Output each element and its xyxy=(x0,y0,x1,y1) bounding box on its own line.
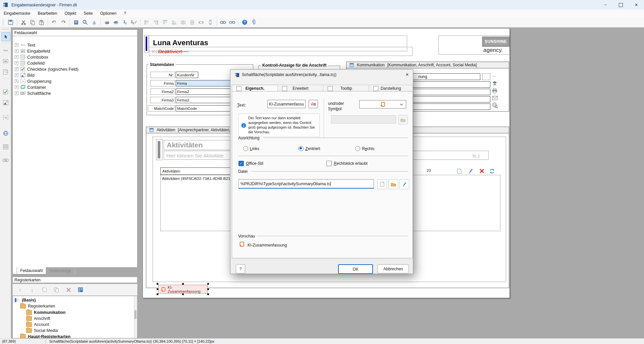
text-input[interactable]: KI-Zusammenfassu xyxy=(267,100,306,108)
center-vertical-icon[interactable] xyxy=(187,18,197,27)
new-record-icon[interactable] xyxy=(456,168,462,176)
menu-seite[interactable]: Seite xyxy=(80,10,96,17)
web-search-icon[interactable] xyxy=(492,102,498,110)
phone-icon[interactable] xyxy=(492,80,498,88)
zoom-icon[interactable] xyxy=(80,18,90,27)
align-left-icon[interactable] xyxy=(142,18,151,27)
center-horizontal-icon[interactable] xyxy=(178,18,187,27)
formula-button[interactable]: √α xyxy=(309,100,318,108)
copy-icon[interactable] xyxy=(28,18,37,27)
copy-tab-icon[interactable] xyxy=(53,286,60,293)
redo-icon[interactable] xyxy=(59,18,68,27)
rechtsklick-checkbox[interactable] xyxy=(326,161,332,166)
selection-handle[interactable] xyxy=(207,288,209,290)
delete-tab-icon[interactable] xyxy=(65,286,72,293)
komm-mini-box[interactable] xyxy=(482,73,490,80)
strip-grip[interactable] xyxy=(2,29,9,29)
selection-handle[interactable] xyxy=(182,293,184,295)
tree-item-gruppierung[interactable]: + xy Gruppierung xyxy=(15,78,51,84)
send-to-back-icon[interactable] xyxy=(111,18,120,27)
new-tab-icon[interactable] xyxy=(41,286,48,293)
save-icon[interactable] xyxy=(6,18,15,27)
field-kundennr[interactable]: KundenNr xyxy=(176,72,198,78)
register-tree-scrollbar[interactable] xyxy=(134,296,137,338)
selection-handle[interactable] xyxy=(157,288,158,290)
field-label-matchcode[interactable]: MatchCode xyxy=(148,105,175,112)
field-label-firma[interactable]: Firma xyxy=(150,80,175,86)
symbol-dropdown[interactable] xyxy=(359,100,406,109)
table-tool-icon[interactable] xyxy=(1,143,10,151)
combobox-tool-icon[interactable] xyxy=(1,68,10,76)
file-path-input[interactable]: %PRJDIR%\TypeScript\activitySummaryOllam… xyxy=(238,179,374,189)
align-bottom-icon[interactable] xyxy=(169,18,178,27)
context-help-button[interactable]: ? xyxy=(236,264,245,273)
help-icon[interactable]: ? xyxy=(240,18,249,27)
checkbox-tool-icon[interactable] xyxy=(1,88,10,96)
browse-file-button[interactable] xyxy=(388,179,398,189)
menu-help[interactable]: ? xyxy=(120,10,130,17)
menu-eingabemaske[interactable]: Eingabemaske xyxy=(0,10,34,17)
move-down-icon[interactable]: ↓ xyxy=(29,286,36,293)
tab-order-edit-icon[interactable]: 12 xyxy=(129,18,139,27)
preview-cone-icon[interactable] xyxy=(90,18,99,27)
tree-item-account[interactable]: Account xyxy=(26,322,49,327)
tree-item-schaltflaeche[interactable]: + OK Schaltfläche xyxy=(15,90,51,96)
edit-file-button[interactable] xyxy=(399,179,409,189)
same-width-icon[interactable] xyxy=(197,18,206,27)
cut-icon[interactable] xyxy=(19,18,28,27)
group-tool-icon[interactable]: xy xyxy=(1,113,10,122)
ki-zusammenfassung-button[interactable]: KI-Zusammenfassung xyxy=(158,285,208,294)
maximize-button[interactable] xyxy=(613,0,629,10)
field-label-firma2[interactable]: Firma2 xyxy=(150,88,175,95)
dialog-close-icon[interactable]: × xyxy=(403,71,412,78)
radio-links[interactable] xyxy=(243,146,248,151)
align-right-icon[interactable] xyxy=(151,18,160,27)
tree-item-haupt-registerkarten[interactable]: Haupt-Registerkarten xyxy=(20,334,70,338)
cancel-button[interactable]: Abbrechen xyxy=(377,264,409,273)
tree-item-text[interactable]: + Text Text xyxy=(15,42,35,48)
field-label-nr[interactable]: Nr: xyxy=(150,72,175,78)
ok-button[interactable]: OK xyxy=(338,264,373,274)
new-file-button[interactable] xyxy=(377,179,387,189)
tree-item-bild[interactable]: + Bild xyxy=(15,72,35,78)
tree-item-container[interactable]: + Container xyxy=(15,84,46,90)
menu-bearbeiten[interactable]: Bearbeiten xyxy=(34,10,61,17)
align-top-icon[interactable] xyxy=(160,18,169,27)
radio-rechts[interactable] xyxy=(355,146,360,151)
tree-item-social-media[interactable]: Social Media xyxy=(26,328,58,333)
menu-objekt[interactable]: Objekt xyxy=(61,10,80,17)
tree-item-anschrift[interactable]: Anschrift xyxy=(26,316,50,321)
menu-optionen[interactable]: Optionen xyxy=(96,10,120,17)
bring-to-front-icon[interactable] xyxy=(102,18,111,27)
toolbar-grip[interactable] xyxy=(3,19,5,25)
akt-rail-box[interactable] xyxy=(156,139,163,160)
tab-properties-icon[interactable] xyxy=(77,286,84,293)
field-label-firma3[interactable]: Firma3 xyxy=(150,97,175,103)
printer-icon[interactable] xyxy=(492,88,498,95)
minimize-button[interactable]: − xyxy=(598,0,613,10)
link-icon[interactable] xyxy=(218,18,227,27)
tree-item-checkbox[interactable]: + Checkbox (logisches Feld) xyxy=(15,66,78,72)
edit-pencil-icon[interactable] xyxy=(468,168,474,176)
image-tool-icon[interactable] xyxy=(1,98,10,107)
selection-handle[interactable] xyxy=(207,283,209,285)
contact-line-box[interactable]: Kontakt Deaktiviert --- xyxy=(149,47,413,56)
tab-eigenschaften[interactable]: Eigensch. xyxy=(232,85,278,92)
close-button[interactable]: × xyxy=(629,0,644,10)
refresh-icon[interactable] xyxy=(489,168,495,176)
tab-reihenfolge[interactable]: Reihenfolge xyxy=(46,267,75,274)
tab-feldauswahl[interactable]: Feldauswahl xyxy=(17,267,46,274)
selection-handle[interactable] xyxy=(157,283,158,285)
tree-item-codefeld[interactable]: + Codefeld xyxy=(15,60,45,66)
tree-item-kommunikation[interactable]: Kommunikation xyxy=(26,310,65,315)
paste-icon[interactable] xyxy=(37,18,46,27)
header-rail-box[interactable] xyxy=(144,35,149,53)
globe-tool-icon[interactable] xyxy=(1,129,10,137)
selection-handle[interactable] xyxy=(182,283,184,285)
undo-icon[interactable] xyxy=(50,18,59,27)
move-up-icon[interactable]: ↑ xyxy=(17,286,23,293)
selection-handle[interactable] xyxy=(157,293,158,295)
tree-item-eingabefeld[interactable]: + ab Eingabefeld xyxy=(15,48,50,54)
radio-zentriert[interactable] xyxy=(299,146,304,151)
unlink-icon[interactable] xyxy=(227,18,236,27)
